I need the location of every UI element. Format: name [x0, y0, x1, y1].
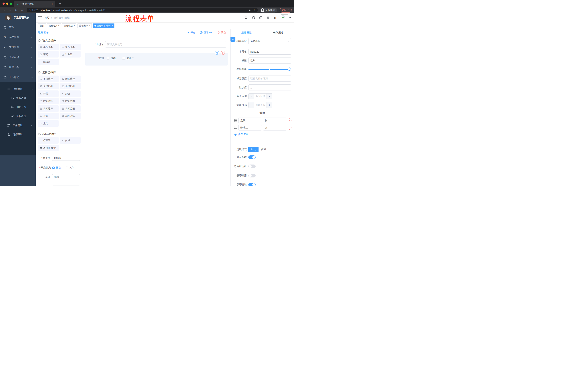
gender-checkbox-1[interactable]	[107, 57, 109, 60]
palette-item-table[interactable]: 表格[开发中]	[38, 145, 59, 151]
status-radio-off[interactable]: 关闭	[66, 166, 74, 170]
form-name-input[interactable]	[52, 155, 80, 161]
stepper-plus-button[interactable]: +	[267, 94, 272, 99]
breadcrumb-home[interactable]: 首页	[44, 16, 50, 20]
avatar[interactable]	[281, 14, 288, 21]
palette-item-editor[interactable]: 编辑器	[38, 59, 59, 65]
tab-form-props[interactable]: 表单属性	[262, 29, 294, 36]
sidebar-item-payment[interactable]: ¥ 支付管理	[0, 42, 36, 52]
tag-process-form[interactable]: 流程表单×	[77, 23, 92, 28]
palette-item-counter[interactable]: 123计数器	[60, 51, 81, 57]
option-2-label-input[interactable]	[238, 125, 262, 130]
browser-menu-dots-icon[interactable]: ⋮	[288, 9, 290, 11]
maximize-window-button[interactable]	[10, 2, 12, 5]
add-option-button[interactable]: 添加选项	[234, 133, 294, 136]
required-toggle[interactable]	[248, 183, 256, 186]
min-select-value[interactable]: 至少应选	[254, 94, 267, 99]
palette-item-slider[interactable]: 滑块	[60, 90, 81, 97]
field-name-input[interactable]	[248, 49, 291, 55]
palette-item-button[interactable]: 按钮	[60, 137, 81, 144]
browser-tab[interactable]: 芋道管理系统 ×	[14, 1, 55, 7]
palette-item-multi-text[interactable]: 多行文本	[60, 44, 81, 50]
palette-item-date-picker[interactable]: 日期选择	[38, 105, 59, 112]
canvas-field-phone[interactable]: *手机号	[82, 41, 230, 47]
bookmark-star-icon[interactable]: ☆	[253, 8, 255, 12]
remark-textarea[interactable]: 嘿嘿	[52, 174, 80, 185]
view-json-button[interactable]: 查看json	[200, 31, 213, 34]
minimize-window-button[interactable]	[6, 2, 8, 5]
window-controls[interactable]	[2, 2, 12, 5]
help-icon[interactable]	[259, 16, 263, 20]
save-button[interactable]: 保存	[187, 31, 195, 34]
max-select-value[interactable]: 最多可选	[254, 102, 267, 108]
tag-close-icon[interactable]: ×	[112, 25, 113, 27]
tab-component-props[interactable]: 组件属性	[231, 29, 262, 36]
palette-item-color-picker[interactable]: 颜色选择	[60, 113, 81, 119]
close-window-button[interactable]	[2, 2, 5, 5]
style-default-button[interactable]: 默认	[248, 147, 259, 152]
gender-checkbox-2[interactable]	[122, 57, 125, 60]
sidebar-item-process-mgmt[interactable]: 流程管理	[0, 85, 36, 94]
sidebar-item-infrastructure[interactable]: 基础设施	[0, 52, 36, 62]
canvas-field-gender-selected[interactable]: *性别 选项一 选项二	[85, 53, 228, 65]
palette-item-date-range[interactable]: 日期范围	[60, 105, 81, 112]
tab-close-icon[interactable]: ×	[52, 2, 53, 5]
status-radio-on[interactable]: 开启	[52, 166, 61, 170]
palette-item-time-picker[interactable]: 时间选择	[38, 98, 59, 104]
tag-home[interactable]: 首页	[38, 23, 46, 28]
component-type-select[interactable]: 多选框组	[248, 38, 291, 44]
stepper-plus-button[interactable]: +	[267, 102, 272, 108]
sidebar-item-dev-tools[interactable]: 研发工具	[0, 62, 36, 72]
sidebar-collapse-icon[interactable]	[38, 16, 42, 20]
tag-process-model[interactable]: 流程模型×	[62, 23, 76, 28]
form-grid-slider[interactable]	[248, 67, 291, 71]
search-icon[interactable]	[244, 16, 248, 20]
password-key-icon[interactable]	[249, 9, 252, 11]
palette-item-cascader[interactable]: 级联选择	[60, 75, 81, 82]
caret-down-icon[interactable]	[289, 17, 291, 19]
back-icon[interactable]: ←	[2, 9, 7, 12]
slider-thumb[interactable]	[288, 67, 291, 71]
remove-option-button[interactable]: −	[288, 118, 292, 122]
tag-close-icon[interactable]: ×	[74, 25, 75, 27]
style-button-button[interactable]: 按钮	[259, 147, 269, 152]
drag-handle-icon[interactable]	[234, 126, 237, 129]
sidebar-item-system[interactable]: ⚙ 系统管理	[0, 32, 36, 42]
tag-process-definition[interactable]: 流程定义×	[47, 23, 61, 28]
title-input[interactable]	[248, 57, 291, 64]
show-label-toggle[interactable]	[248, 155, 256, 159]
option-1-value-input[interactable]	[263, 117, 286, 123]
phone-input[interactable]	[105, 41, 226, 47]
fullscreen-icon[interactable]	[266, 16, 270, 20]
tag-close-icon[interactable]: ×	[58, 25, 60, 27]
form-canvas[interactable]: *手机号 *性别 选项一 选项二	[82, 36, 230, 186]
home-icon[interactable]: ⌂	[20, 9, 24, 12]
font-size-icon[interactable]: tT	[273, 16, 277, 20]
disabled-toggle[interactable]	[248, 174, 256, 177]
forward-icon[interactable]: →	[8, 9, 13, 12]
copy-component-button[interactable]	[215, 51, 219, 55]
drag-handle-icon[interactable]	[234, 119, 237, 122]
palette-item-switch[interactable]: 开关	[38, 90, 59, 97]
option-2-value-input[interactable]	[263, 125, 286, 130]
tag-close-icon[interactable]: ×	[89, 25, 90, 27]
sidebar-item-leave-query[interactable]: 请假查询	[0, 130, 36, 139]
with-border-toggle[interactable]	[248, 165, 256, 168]
palette-item-time-range[interactable]: 时间范围	[60, 98, 81, 104]
sidebar-item-workflow[interactable]: 工作流程	[0, 72, 36, 82]
address-bar[interactable]: ⚠不安全 dashboard.yudao.iocoder.cn/bpm/mana…	[27, 8, 258, 12]
sidebar-item-task-mgmt[interactable]: 任务管理	[0, 121, 36, 130]
stepper-minus-button[interactable]: −	[249, 102, 254, 108]
reload-icon[interactable]: ↻	[14, 9, 19, 12]
github-icon[interactable]	[252, 16, 255, 20]
new-tab-button[interactable]: +	[58, 1, 63, 6]
default-value-input[interactable]	[248, 85, 291, 90]
palette-item-single-text[interactable]: 单行文本	[38, 44, 59, 50]
label-width-input[interactable]	[248, 75, 291, 82]
sidebar-item-process-form[interactable]: 流程表单	[0, 94, 36, 103]
link-anchor-button[interactable]	[231, 37, 235, 42]
option-1-label-input[interactable]	[238, 117, 262, 123]
palette-item-upload[interactable]: 上传	[38, 120, 59, 127]
update-button[interactable]: 更新 ⋮	[280, 8, 292, 12]
palette-item-rate[interactable]: 评分	[38, 113, 59, 119]
